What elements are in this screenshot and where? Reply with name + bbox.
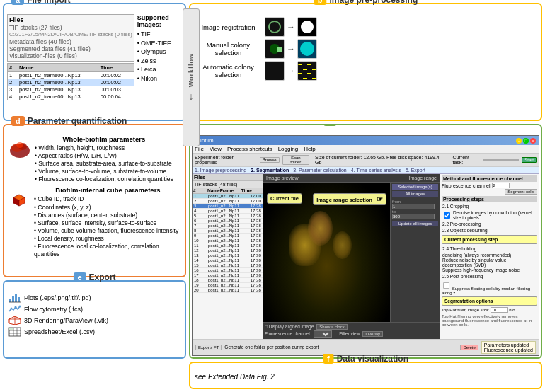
section-d-label: d — [11, 116, 25, 126]
menu-process[interactable]: Process shortcuts — [227, 146, 272, 152]
export-3d: 3D Rendering/ParaView (.vtk) — [8, 316, 180, 325]
maximize-button[interactable]: □ — [523, 138, 529, 144]
tif-path-item: C:/3J1F3/L5/MN2D/ClF/OB/OME/TIF-stacks (… — [9, 31, 132, 38]
plots-label: Plots (.eps/.png/.tif/.jpg) — [24, 294, 91, 301]
file-item-17[interactable]: 17post1_n2...Np1117:38 — [193, 273, 263, 278]
spreadsheet-label: Spreadsheet/Excel (.csv) — [24, 328, 95, 335]
close-button[interactable]: × — [530, 138, 536, 144]
file-item-2[interactable]: 2post1_n2...Np1117:00 — [193, 199, 263, 204]
file-item-6[interactable]: 6post1_n2...Np1117:38 — [193, 219, 263, 224]
step-4[interactable]: 4. Time-series analysis — [351, 168, 401, 173]
supported-ometiff: •OME-TIFF — [137, 39, 182, 48]
file-item-11[interactable]: 11post1_n2...Np1117:38 — [193, 243, 263, 248]
file-row-2[interactable]: 2 post1_n2_frame00...Np13 00:00:02 — [8, 79, 134, 86]
step-2-5: 2.5 Post-processing — [442, 273, 537, 279]
svg-rect-24 — [9, 328, 13, 330]
table-icon — [8, 327, 21, 337]
file-row-1[interactable]: 1 post1_n2_frame00...Np13 00:00:02 — [8, 72, 134, 79]
section-b-title: Image pre-processing — [330, 0, 418, 5]
img-manual-output — [297, 39, 317, 59]
section-e: e Export Plots (.eps/.png/.tif/.jpg) — [3, 280, 186, 359]
supported-olympus: •Olympus — [137, 47, 182, 57]
file-item-13[interactable]: 13post1_n2...Np1117:38 — [193, 253, 263, 258]
preproc-label-registration: Image registration — [195, 23, 262, 31]
range-to-input[interactable] — [392, 214, 435, 219]
image-preview-panel: Image preview Image range — [263, 174, 440, 339]
minimize-button[interactable]: - — [516, 138, 522, 144]
step-2[interactable]: 2. Segmentation — [251, 168, 289, 173]
param-1: • Width, length, height, roughness — [35, 144, 173, 152]
image-range-panel: Selected image(s) All images from to Upd… — [390, 183, 440, 322]
workflow-arrow-down: ↓ — [189, 91, 194, 102]
file-item-1[interactable]: 1post1_n2...Np1117:00 — [193, 194, 263, 199]
dataviz-note: see Extended Data Fig. 2 — [195, 373, 275, 381]
file-item-18[interactable]: 18post1_n2...Np1117:38 — [193, 278, 263, 283]
update-all-images-button[interactable]: Update all images — [392, 221, 438, 226]
file-row-4[interactable]: 4 post1_n2_frame00...Np13 00:00:04 — [8, 93, 134, 100]
bottom-controls: □ Display aligned image Show a clock Flu… — [263, 322, 440, 339]
file-item-4[interactable]: 4post1_n2...Np1117:38 — [193, 209, 263, 214]
file-item-8[interactable]: 8post1_n2...Np1117:38 — [193, 229, 263, 234]
arrow-1: → — [287, 22, 295, 32]
fluor-channel-row: Fluorescence channel — [442, 183, 537, 188]
img-auto-input — [265, 61, 285, 81]
file-item-7[interactable]: 7post1_n2...Np1117:38 — [193, 224, 263, 229]
preproc-row-manual: Manual colony selection → — [195, 39, 537, 59]
section-a: a File import Files TIF-stacks (27 files… — [3, 3, 186, 121]
experiment-label: Experiment folder properties — [195, 155, 257, 165]
range-from-input[interactable] — [392, 204, 435, 209]
file-item-15[interactable]: 15post1_n2...Np1117:38 — [193, 263, 263, 268]
cube-param-7: • Fluorescence local co-localization, co… — [34, 243, 182, 258]
file-item-5[interactable]: 5post1_n2...Np1117:38 — [193, 214, 263, 219]
step-1[interactable]: 1. Image preprocessing — [195, 168, 246, 173]
step-2-2: 2.2 Pre-processing — [442, 221, 537, 227]
overlay-button[interactable]: Overlay — [362, 331, 383, 337]
segment-cells-button[interactable]: Segment cells — [505, 189, 537, 195]
tophat-size-input[interactable] — [490, 307, 508, 313]
selected-images-button[interactable]: Selected image(s) — [392, 184, 438, 190]
file-item-16[interactable]: 16post1_n2...Np1117:38 — [193, 268, 263, 273]
menu-view[interactable]: View — [210, 146, 222, 152]
file-item-20[interactable]: 20post1_n2...Np1117:38 — [193, 288, 263, 293]
all-images-btn[interactable]: All images — [392, 191, 438, 197]
update-images-area: Update all images — [392, 221, 438, 226]
file-row-3[interactable]: 3 post1_n2_frame00...Np13 00:00:03 — [8, 86, 134, 93]
start-button[interactable]: Start — [522, 157, 537, 163]
delete-button[interactable]: Delete — [460, 345, 478, 350]
step-5[interactable]: 5. Export — [406, 168, 425, 173]
section-f: f Data visualization see Extended Data F… — [189, 362, 542, 389]
fluor-channel-input[interactable] — [492, 183, 510, 188]
img-manual-input — [265, 39, 285, 59]
file-list-panel: Files TIF-stacks (48 files) #NameFrameTi… — [193, 174, 263, 339]
exports-ft-button[interactable]: Exports FT — [195, 345, 222, 350]
file-item-9[interactable]: 9post1_n2...Np1117:38 — [193, 234, 263, 238]
section-e-title: Export — [89, 272, 116, 282]
svg-rect-8 — [9, 299, 11, 302]
workflow-label: Workflow — [188, 53, 195, 87]
channel-select[interactable]: 12 — [314, 330, 332, 338]
cube-title: Biofilm-internal cube parameters — [34, 186, 182, 194]
file-item-12[interactable]: 12post1_n2...Np1117:38 — [193, 248, 263, 253]
suppress-checkbox[interactable] — [443, 282, 449, 289]
file-item-19[interactable]: 19post1_n2...Np1117:38 — [193, 283, 263, 288]
all-images-button[interactable]: All images — [392, 191, 438, 197]
task-input[interactable] — [483, 159, 519, 161]
file-item-14[interactable]: 14post1_n2...Np1117:38 — [193, 258, 263, 263]
file-item-3[interactable]: 3post1_n2...Np1117:38 — [193, 204, 263, 209]
step-2-3: 2.3 Objects deblurring — [442, 227, 537, 234]
show-clock-button[interactable]: Show a clock — [316, 324, 347, 330]
denoise-checkbox[interactable] — [444, 212, 450, 219]
menu-file[interactable]: File — [195, 146, 204, 152]
right-options-panel: Method and fluorescence channel Fluoresc… — [440, 174, 539, 339]
selected-images-btn[interactable]: Selected image(s) — [392, 184, 438, 190]
step-3[interactable]: 3. Parameter calculation — [293, 168, 346, 173]
file-item-10[interactable]: 10post1_n2...Np1117:38 — [193, 238, 263, 243]
processing-steps-title: Processing steps — [442, 196, 537, 202]
browse-button[interactable]: Browse — [260, 157, 280, 163]
channel-label: Fluorescence channel: — [265, 331, 311, 336]
scan-folder-button[interactable]: Scan folder — [282, 155, 309, 165]
menu-logging[interactable]: Logging — [278, 146, 298, 152]
menu-help[interactable]: Help — [304, 146, 315, 152]
param-3: • Surface area, substrate-area, surface-… — [35, 160, 173, 168]
current-processing-callout: Current processing step — [442, 235, 537, 244]
